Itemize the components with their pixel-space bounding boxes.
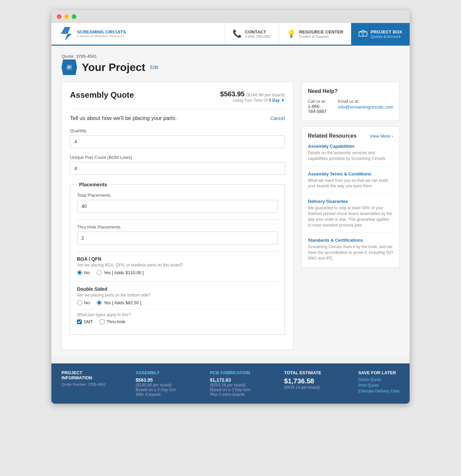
help-row: Call us at: 1-866-784-5887 Email us at: … [308, 99, 393, 115]
total-placements-label: Total Placements [77, 193, 278, 198]
lightbulb-icon: 💡 [287, 29, 296, 38]
resource-desc-2: We guarantee to ship at least 50% of you… [308, 205, 393, 228]
double-sided-title: Double Sided [77, 286, 278, 292]
bga-yes-label[interactable]: Yes [ Adds $110.00 ] [97, 270, 144, 275]
help-box: Need Help? Call us at: 1-866-784-5887 Em… [301, 82, 399, 121]
help-email: Email us at: info@screamingcircuits.com [338, 99, 393, 115]
quote-title: Assembly Quote [70, 90, 134, 100]
project-title-row: Your Project Edit [62, 60, 399, 75]
smt-checkbox-label[interactable]: SMT [77, 319, 93, 324]
phone-icon: 📞 [233, 29, 242, 38]
footer-pcb: PCB FABRICATION $1,172.63 ($293.16 per b… [210, 370, 274, 397]
nav-project-box[interactable]: PROJECT BOX Quotes & Account [351, 23, 410, 45]
project-title: Your Project [82, 61, 145, 74]
footer-assembly-turn: Based on a 5 Day turn [136, 387, 199, 392]
double-sided-no-label[interactable]: No [77, 300, 90, 305]
edit-link[interactable]: Edit [150, 65, 158, 70]
thru-hole-checkbox-label[interactable]: Thru-hole [100, 319, 125, 324]
double-sided-yes-radio[interactable] [97, 300, 102, 305]
footer-total-title: TOTAL ESTIMATE [284, 370, 348, 375]
quote-turntime: Using Turn Time Of 5 Day ▼ [220, 98, 285, 103]
view-more-link[interactable]: View More › [370, 134, 393, 139]
main-layout: Assembly Quote $563.95 ($140.99 per boar… [62, 82, 399, 357]
assembly-quote-section: Assembly Quote $563.95 ($140.99 per boar… [62, 82, 293, 350]
quantity-group: Quantity [70, 128, 285, 148]
project-box-nav-sub: Quotes & Account [371, 34, 402, 39]
footer-assembly-price: $563.95 [136, 377, 199, 383]
turntime-value: 5 Day [269, 98, 280, 103]
bga-section: BGA / QFN Are we placing BGA, QFN, or le… [77, 256, 278, 275]
resource-desc-1: What we need from you so that we can bui… [308, 178, 393, 189]
share-quote-link[interactable]: Share Quote [358, 377, 399, 382]
resource-nav-title: RESOURCE CENTER [299, 29, 343, 34]
double-sided-no-radio[interactable] [77, 300, 82, 305]
total-placements-input[interactable] [77, 200, 278, 213]
cancel-link[interactable]: Cancel [270, 116, 285, 121]
help-call: Call us at: 1-866-784-5887 [308, 99, 328, 115]
bga-no-label[interactable]: No [77, 270, 90, 275]
footer-pcb-title: PCB FABRICATION [210, 370, 274, 375]
minimize-button[interactable] [64, 14, 69, 19]
unique-part-group: Unique Part Count (BOM Lines) [70, 155, 285, 175]
double-sided-radio-group: No Yes [ Adds $82.50 ] [77, 300, 278, 305]
project-box-nav-title: PROJECT BOX [371, 29, 402, 34]
smt-checkbox[interactable] [77, 319, 82, 324]
resource-link-0[interactable]: Assembly Capabilities [308, 144, 393, 149]
call-label: Call us at: [308, 99, 328, 104]
bga-title: BGA / QFN [77, 256, 278, 262]
resource-link-1[interactable]: Assembly Terms & Conditions [308, 171, 393, 176]
contact-nav-sub: 1-866-784-5887 [245, 34, 271, 39]
part-types-group: SMT Thru-hole [77, 319, 278, 324]
call-value: 1-866-784-5887 [308, 104, 328, 114]
project-header: Quote: 3785-4591 Your Project Edit [62, 54, 399, 75]
resources-header: Related Resources View More › [308, 133, 393, 139]
placements-legend: Placements [77, 182, 109, 187]
quote-price: $563.95 [220, 90, 244, 98]
bga-no-radio[interactable] [77, 270, 82, 275]
section-divider [70, 109, 285, 109]
quote-header: Assembly Quote $563.95 ($140.99 per boar… [70, 90, 285, 103]
quote-per-board: ($140.99 per board) [246, 92, 285, 97]
resource-link-2[interactable]: Delivery Guarantee [308, 199, 393, 204]
bga-yes-radio[interactable] [97, 270, 102, 275]
resource-item-1: Assembly Terms & Conditions What we need… [308, 171, 393, 194]
unique-part-input[interactable] [70, 162, 285, 175]
bga-sub: Are we placing BGA, QFN, or leadless par… [77, 263, 278, 267]
right-column: Need Help? Call us at: 1-866-784-5887 Em… [301, 82, 399, 357]
double-sided-section: Double Sided Are we placing parts on the… [77, 286, 278, 324]
footer: PROJECTINFORMATION Quote Number: 3785-45… [51, 363, 410, 404]
footer-project-title: PROJECTINFORMATION [62, 370, 125, 380]
thru-hole-checkbox[interactable] [100, 319, 104, 324]
email-link[interactable]: info@screamingcircuits.com [338, 104, 393, 110]
double-sided-divider [77, 281, 278, 282]
bga-radio-group: No Yes [ Adds $110.00 ] [77, 270, 278, 275]
help-title: Need Help? [308, 88, 393, 94]
resource-item-3: Standards & Certifications Screaming Cir… [308, 238, 393, 261]
close-button[interactable] [57, 14, 62, 19]
resource-item-2: Delivery Guarantee We guarantee to ship … [308, 199, 393, 233]
footer-save-title: SAVE FOR LATER [358, 370, 399, 375]
double-sided-yes-label[interactable]: Yes [ Adds $82.50 ] [97, 300, 142, 305]
footer-pcb-per-board: ($293.16 per board) [210, 383, 274, 387]
left-column: Assembly Quote $563.95 ($140.99 per boar… [62, 82, 293, 357]
thru-hole-input[interactable] [77, 232, 278, 244]
print-quote-link[interactable]: Print Quote [358, 383, 399, 388]
dropdown-arrow-icon[interactable]: ▼ [281, 98, 285, 103]
estimate-delivery-link[interactable]: Estimate Delivery Date [358, 389, 399, 394]
footer-total-price: $1,736.58 [284, 377, 348, 385]
box-icon [359, 29, 367, 39]
resources-title: Related Resources [308, 133, 357, 139]
logo: SCREAMING CIRCUITS a division of Milwauk… [58, 26, 218, 41]
footer-total: TOTAL ESTIMATE $1,736.58 ($434.14 per bo… [284, 370, 348, 397]
maximize-button[interactable] [72, 14, 76, 19]
resource-link-3[interactable]: Standards & Certifications [308, 238, 393, 243]
part-types-label: What part types apply to this? [77, 312, 278, 317]
resources-box: Related Resources View More › Assembly C… [301, 126, 399, 268]
footer-assembly: ASSEMBLY $563.95 ($140.99 per board) Bas… [136, 370, 199, 397]
quantity-input[interactable] [70, 135, 285, 148]
footer-pcb-price: $1,172.63 [210, 377, 274, 383]
bga-divider [77, 251, 278, 252]
nav-resource-center[interactable]: 💡 RESOURCE CENTER Guides & Support [279, 23, 351, 45]
nav-contact[interactable]: 📞 CONTACT 1-866-784-5887 [225, 23, 279, 45]
placements-fieldset: Placements Total Placements Thru Hole Pl… [70, 182, 285, 335]
